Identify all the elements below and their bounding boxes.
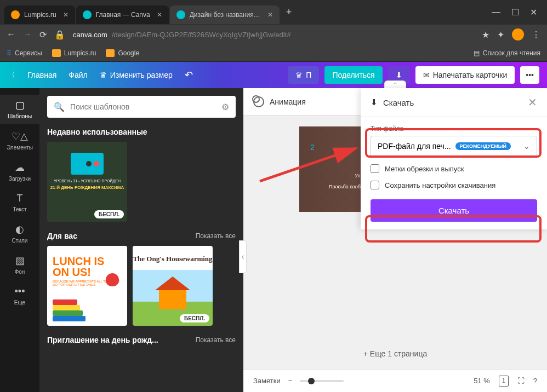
bottom-bar: ⌃ Заметки − 51 % 1 ⛶ ? <box>243 369 547 392</box>
back-icon[interactable]: ← <box>7 30 15 39</box>
page-indicator[interactable]: 1 <box>499 376 509 387</box>
search-input[interactable] <box>70 102 216 111</box>
sidebar-styles[interactable]: ◐Стили <box>0 219 39 248</box>
free-badge: БЕСПЛ. <box>94 210 124 218</box>
text-icon: T <box>17 193 23 204</box>
zoom-out-icon[interactable]: − <box>288 377 293 385</box>
browser-tab[interactable]: Главная — Canva ✕ <box>76 5 169 24</box>
animation-button[interactable]: Анимация <box>270 97 306 106</box>
fullscreen-icon[interactable]: ⛶ <box>517 377 525 385</box>
new-tab-button[interactable]: + <box>281 7 298 18</box>
print-button[interactable]: ✉ Напечатать карточки <box>415 66 515 84</box>
reading-list[interactable]: ▤Список для чтения <box>474 49 540 57</box>
sidebar-uploads[interactable]: ☁Загрузки <box>0 157 39 186</box>
close-icon[interactable]: ✕ <box>63 11 69 19</box>
section-for-you: Для васПоказать все <box>47 232 236 240</box>
templates-panel: 🔍 ⚙ Недавно использованные УРОВЕНЬ 31 - … <box>39 88 243 392</box>
zoom-slider[interactable] <box>300 380 344 382</box>
window-controls: — ☐ ✕ <box>492 7 543 18</box>
close-icon[interactable]: ✕ <box>267 11 273 19</box>
house-icon <box>159 290 186 309</box>
template-item[interactable]: LUNCH IS ON US! BECAUSE WE APPRECIATE AL… <box>47 246 127 326</box>
download-icon: ⬇ <box>371 97 378 107</box>
browser-tab-active[interactable]: Дизайн без названия — Пригл ✕ <box>170 5 280 24</box>
lock-icon[interactable]: 🔒 <box>54 30 65 40</box>
file-type-select[interactable]: PDF-файл для печ... РЕКОМЕНДУЕМЫЙ ⌄ <box>371 136 537 157</box>
menu-icon[interactable]: ⋮ <box>532 30 540 40</box>
panel-collapse-button[interactable]: ‹ <box>239 240 247 273</box>
filter-icon[interactable]: ⚙ <box>221 102 229 112</box>
sidebar-elements[interactable]: ♡△Элементы <box>0 126 39 155</box>
star-icon[interactable]: ★ <box>482 30 489 40</box>
search-icon: 🔍 <box>54 102 65 112</box>
share-button[interactable]: Поделиться <box>324 66 382 84</box>
search-box[interactable]: 🔍 ⚙ <box>47 96 236 118</box>
show-all-link[interactable]: Показать все <box>196 232 236 240</box>
uploads-icon: ☁ <box>15 162 25 174</box>
sidebar-more[interactable]: •••Еще <box>0 281 39 310</box>
zoom-level[interactable]: 51 % <box>474 377 490 385</box>
browser-tab[interactable]: Lumpics.ru ✕ <box>4 5 75 24</box>
close-icon[interactable]: ✕ <box>528 96 537 109</box>
back-icon[interactable]: 〈 <box>8 70 15 80</box>
site-icon <box>11 10 20 19</box>
nav-resize[interactable]: ♛ Изменить размер <box>100 71 173 79</box>
close-icon[interactable]: ✕ <box>157 11 162 19</box>
elements-icon: ♡△ <box>12 130 28 142</box>
chevron-down-icon: ⌄ <box>523 142 530 151</box>
save-settings-checkbox[interactable]: Сохранить настройки скачивания <box>371 181 537 189</box>
file-type-label: Тип файла <box>371 125 537 132</box>
download-submit-button[interactable]: Скачать <box>371 199 537 222</box>
close-icon[interactable]: ✕ <box>530 7 537 18</box>
reload-icon[interactable]: ⟳ <box>39 30 47 40</box>
bookmark-lumpics[interactable]: Lumpics.ru <box>52 49 96 57</box>
gamepad-icon <box>71 153 104 175</box>
premium-button[interactable]: ♛ П <box>288 66 319 84</box>
roof-icon <box>155 276 190 290</box>
forward-icon[interactable]: → <box>23 30 32 39</box>
sidebar-background[interactable]: ▨Фон <box>0 250 39 279</box>
more-icon: ••• <box>15 286 25 297</box>
url-input[interactable]: canva.com/design/DAEm-QJGP2E/fS26SWcyXqI… <box>73 31 474 39</box>
panel-title: Скачать <box>383 98 414 107</box>
minimize-icon[interactable]: — <box>492 7 500 18</box>
nav-home[interactable]: Главная <box>27 71 56 79</box>
site-icon <box>176 10 185 19</box>
sidebar-text[interactable]: TТекст <box>0 188 39 217</box>
nav-file[interactable]: Файл <box>69 71 87 79</box>
extension-icon[interactable]: ✦ <box>497 30 504 40</box>
recommended-badge: РЕКОМЕНДУЕМЫЙ <box>455 142 511 150</box>
download-icon: ⬇ <box>396 71 402 79</box>
styles-icon: ◐ <box>15 223 24 235</box>
help-icon[interactable]: ? <box>533 377 537 385</box>
tool-sidebar: ▢Шаблоны ♡△Элементы ☁Загрузки TТекст ◐Ст… <box>0 88 39 392</box>
expand-handle[interactable]: ⌃ <box>384 80 406 88</box>
bookmarks-bar: ⠿Сервисы Lumpics.ru Google ▤Список для ч… <box>0 44 547 62</box>
avatar[interactable] <box>512 28 524 41</box>
add-page-button[interactable]: + Еще 1 страница <box>243 338 547 369</box>
browser-address-bar: ← → ⟳ 🔒 canva.com/design/DAEm-QJGP2E/fS2… <box>0 25 547 44</box>
template-item[interactable]: The Ong's Housewarming БЕСПЛ. <box>133 246 213 326</box>
canva-header: 〈 Главная Файл ♛ Изменить размер ↶ ♛ П П… <box>0 62 547 88</box>
list-icon: ▤ <box>474 49 480 57</box>
bookmark-google[interactable]: Google <box>106 49 139 57</box>
sidebar-templates[interactable]: ▢Шаблоны <box>0 95 39 124</box>
canvas-area: Анимация ‹ 2 Максима 6 января 2020 г. 17… <box>243 88 547 392</box>
section-invitation: Приглашение на день рожд...Показать все <box>47 336 236 344</box>
download-panel: ⬇ Скачать ✕ Тип файла PDF-файл для печ..… <box>361 88 547 229</box>
crop-marks-checkbox[interactable]: Метки обрезки и выпуск <box>371 164 537 173</box>
folder-icon <box>106 49 115 57</box>
show-all-link[interactable]: Показать все <box>196 336 236 344</box>
more-button[interactable]: ••• <box>520 66 539 84</box>
undo-icon[interactable]: ↶ <box>185 69 193 81</box>
templates-icon: ▢ <box>15 99 25 111</box>
free-badge: БЕСПЛ. <box>180 314 209 322</box>
background-icon: ▨ <box>15 255 25 267</box>
notes-button[interactable]: Заметки <box>253 377 281 385</box>
maximize-icon[interactable]: ☐ <box>511 7 519 18</box>
bookmark-services[interactable]: ⠿Сервисы <box>7 49 42 57</box>
template-item[interactable]: УРОВЕНЬ 31 - УСПЕШНО ПРОЙДЕН 21-Й ДЕНЬ Р… <box>47 142 127 222</box>
animation-icon <box>253 96 264 107</box>
folder-icon <box>52 49 61 57</box>
browser-tabs-bar: Lumpics.ru ✕ Главная — Canva ✕ Дизайн бе… <box>0 0 547 25</box>
